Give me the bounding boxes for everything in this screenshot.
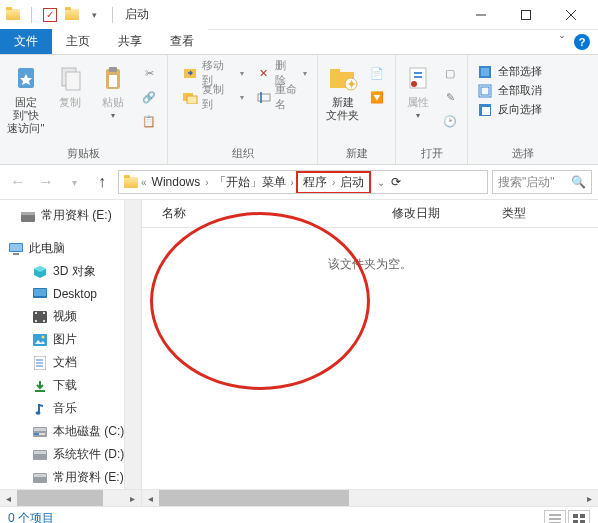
title-bar: ✓ ▾ 启动	[0, 0, 598, 30]
breadcrumb-windows[interactable]: Windows	[149, 175, 204, 189]
column-headers[interactable]: 名称 修改日期 类型	[142, 200, 598, 228]
svg-rect-66	[573, 520, 578, 524]
close-button[interactable]	[548, 1, 593, 29]
qat-check-icon[interactable]: ✓	[42, 7, 58, 23]
nav-up-button[interactable]: ↑	[90, 170, 114, 194]
svg-rect-33	[10, 244, 22, 251]
delete-button[interactable]: ✕ 删除▾	[252, 62, 311, 84]
col-name[interactable]: 名称	[154, 205, 384, 222]
svg-rect-55	[34, 433, 39, 435]
svg-rect-29	[482, 107, 490, 115]
help-icon[interactable]: ?	[574, 34, 590, 50]
ribbon-collapse-icon[interactable]: ˇ	[560, 35, 564, 49]
svg-rect-17	[330, 69, 340, 74]
tab-share[interactable]: 共享	[104, 29, 156, 54]
edit-button[interactable]: ✎	[438, 86, 462, 108]
svg-rect-7	[66, 72, 80, 90]
tree-item-this-pc[interactable]: 此电脑	[0, 237, 141, 260]
copy-to-button[interactable]: 复制到▾	[178, 86, 248, 108]
sidebar-vscrollbar[interactable]	[124, 200, 141, 489]
select-all-button[interactable]: 全部选择	[478, 64, 542, 79]
view-large-icons-button[interactable]	[568, 510, 590, 524]
invert-selection-button[interactable]: 反向选择	[478, 102, 542, 117]
tree-item-system-d[interactable]: 系统软件 (D:)	[0, 443, 141, 466]
annotation-ellipse	[150, 212, 370, 390]
tab-home[interactable]: 主页	[52, 29, 104, 54]
svg-rect-65	[580, 514, 585, 518]
svg-text:✦: ✦	[346, 78, 355, 90]
properties-button[interactable]: 属性 ▾	[402, 58, 434, 120]
nav-forward-button[interactable]: →	[34, 170, 58, 194]
easy-access-button[interactable]: 🔽	[365, 86, 389, 108]
sidebar-hscrollbar[interactable]: ◂ ▸	[0, 489, 141, 506]
tree-item-downloads[interactable]: 下载	[0, 374, 141, 397]
tree-item-desktop[interactable]: Desktop	[0, 283, 141, 305]
ribbon-tabs: 文件 主页 共享 查看 ˇ ?	[0, 30, 598, 55]
group-new-label: 新建	[324, 144, 389, 164]
new-folder-button[interactable]: ✦ 新建 文件夹	[324, 58, 361, 122]
search-icon: 🔍	[571, 175, 586, 189]
address-folder-icon	[123, 174, 139, 190]
maximize-button[interactable]	[503, 1, 548, 29]
breadcrumb-programs[interactable]: 程序	[300, 174, 330, 191]
rename-button[interactable]: 重命名	[252, 86, 311, 108]
tree-item-documents[interactable]: 文档	[0, 351, 141, 374]
refresh-icon[interactable]: ⟳	[391, 175, 401, 189]
group-open-label: 打开	[402, 144, 461, 164]
breadcrumb-startup[interactable]: 启动	[337, 174, 367, 191]
new-item-button[interactable]: 📄	[365, 62, 389, 84]
svg-rect-27	[481, 87, 489, 95]
file-list-area[interactable]: 名称 修改日期 类型 该文件夹为空。 ◂ ▸	[142, 200, 598, 506]
svg-rect-14	[258, 94, 270, 101]
tree-item-pictures[interactable]: 图片	[0, 328, 141, 351]
address-bar[interactable]: « Windows › 「开始」菜单 › 程序 › 启动 ⌄ ⟳	[118, 170, 488, 194]
main-area: 常用资料 (E:) 此电脑 3D 对象 Desktop 视频 图片	[0, 199, 598, 506]
svg-rect-40	[35, 312, 37, 314]
copy-button[interactable]: 复制	[50, 58, 90, 109]
tree-item-local-c[interactable]: 本地磁盘 (C:)	[0, 420, 141, 443]
svg-point-46	[42, 335, 45, 338]
nav-pane[interactable]: 常用资料 (E:) 此电脑 3D 对象 Desktop 视频 图片	[0, 200, 142, 506]
minimize-button[interactable]	[458, 1, 503, 29]
content-hscrollbar[interactable]: ◂ ▸	[142, 489, 598, 506]
svg-rect-67	[580, 520, 585, 524]
nav-back-button[interactable]: ←	[6, 170, 30, 194]
tree-item-common-data[interactable]: 常用资料 (E:)	[0, 204, 141, 227]
empty-folder-text: 该文件夹为空。	[142, 256, 598, 273]
pin-quickaccess-button[interactable]: 固定到"快 速访问"	[6, 58, 46, 136]
paste-shortcut-button[interactable]: 📋	[137, 110, 161, 132]
move-to-button[interactable]: 移动到▾	[178, 62, 248, 84]
cut-button[interactable]: ✂	[137, 62, 161, 84]
qat-folder-icon[interactable]	[64, 7, 80, 23]
qat-dropdown-icon[interactable]: ▾	[86, 7, 102, 23]
svg-rect-25	[481, 68, 489, 76]
svg-point-52	[36, 411, 41, 415]
svg-rect-42	[43, 312, 45, 314]
col-date[interactable]: 修改日期	[384, 205, 494, 222]
nav-recent-dropdown[interactable]: ▾	[62, 170, 86, 194]
breadcrumb-startmenu[interactable]: 「开始」菜单	[211, 174, 289, 191]
tree-item-3d-objects[interactable]: 3D 对象	[0, 260, 141, 283]
tree-item-common-e[interactable]: 常用资料 (E:)	[0, 466, 141, 489]
col-type[interactable]: 类型	[494, 205, 554, 222]
search-placeholder: 搜索"启动"	[498, 174, 555, 191]
select-none-button[interactable]: 全部取消	[478, 83, 542, 98]
open-button[interactable]: ▢	[438, 62, 462, 84]
svg-rect-58	[34, 451, 46, 454]
svg-rect-9	[109, 67, 117, 72]
history-button[interactable]: 🕑	[438, 110, 462, 132]
svg-rect-10	[109, 75, 117, 87]
svg-rect-54	[34, 428, 46, 431]
svg-rect-31	[21, 212, 35, 215]
tab-file[interactable]: 文件	[0, 29, 52, 54]
search-input[interactable]: 搜索"启动" 🔍	[492, 170, 592, 194]
paste-button[interactable]: 粘贴 ▾	[93, 58, 133, 120]
svg-rect-38	[34, 289, 46, 296]
group-select-label: 选择	[474, 144, 572, 164]
address-dropdown-icon[interactable]: ⌄	[377, 177, 385, 188]
tab-view[interactable]: 查看	[156, 29, 208, 54]
tree-item-music[interactable]: 音乐	[0, 397, 141, 420]
copy-path-button[interactable]: 🔗	[137, 86, 161, 108]
tree-item-videos[interactable]: 视频	[0, 305, 141, 328]
view-details-button[interactable]	[544, 510, 566, 524]
